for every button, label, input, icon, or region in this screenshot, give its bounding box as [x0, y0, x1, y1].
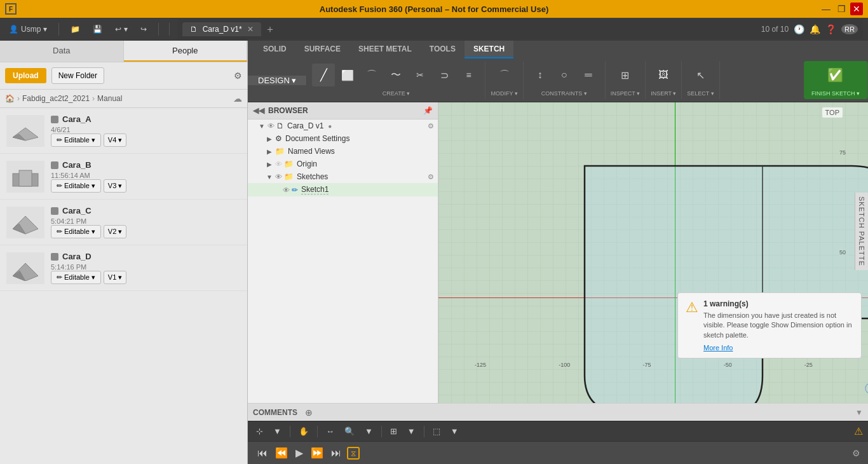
tree-toggle-icon[interactable]: ▼	[258, 122, 266, 130]
tree-gear-icon[interactable]: ⚙	[428, 122, 434, 130]
mode-tab-sketch[interactable]: SKETCH	[465, 41, 513, 58]
tree-toggle-icon[interactable]: ▶	[266, 160, 273, 168]
user-menu[interactable]: 👤 Usmp ▾	[5, 22, 51, 36]
tree-item-origin[interactable]: ▶ 👁 📁 Origin	[248, 158, 438, 170]
upload-button[interactable]: Upload	[5, 68, 46, 83]
bottom-toolbar: ⊹ ▼ ✋ ↔ 🔍 ▼ ⊞ ▼ ⬚ ▼ ⚠	[248, 421, 868, 441]
finish-label: FINISH SKETCH ▾	[811, 90, 860, 97]
zoom-fit-button[interactable]: 🔍	[341, 425, 358, 438]
grid-button[interactable]: ⊞	[387, 425, 400, 438]
save-button[interactable]: 💾	[89, 22, 106, 36]
offset-tool[interactable]: ⊃	[433, 64, 456, 86]
list-item: Cara_A 4/6/21 ✏ Editable ▾ V4 ▾	[0, 108, 247, 154]
active-tab[interactable]: 🗋 Cara_D v1* ✕	[182, 22, 261, 36]
mode-tab-sheetmetal[interactable]: SHEET METAL	[349, 41, 421, 58]
playback-settings-icon[interactable]: ⚙	[852, 448, 860, 458]
bell-icon[interactable]: 🔔	[810, 24, 820, 34]
cara-b-editable-button[interactable]: ✏ Editable ▾	[51, 179, 101, 193]
mode-tab-tools[interactable]: TOOLS	[421, 41, 465, 58]
cara-d-editable-button[interactable]: ✏ Editable ▾	[51, 271, 101, 284]
add-comment-icon[interactable]: ⊕	[305, 407, 313, 418]
tab-people[interactable]: People	[124, 41, 248, 62]
add-tab-button[interactable]: ＋	[265, 23, 275, 36]
eye-icon[interactable]: 👁	[275, 160, 282, 168]
mode-tab-solid[interactable]: SOLID	[254, 41, 295, 58]
tree-toggle-icon[interactable]: ▶	[266, 147, 273, 155]
collapse-icon[interactable]: ◀◀	[253, 106, 264, 115]
playback-end-button[interactable]: ⏭	[329, 446, 343, 461]
sketch-palette-tab[interactable]: SKETCH PALETTE	[855, 193, 868, 270]
timeline-marker[interactable]: ⧖	[347, 447, 360, 460]
tab-close-button[interactable]: ✕	[247, 25, 254, 34]
line-tool[interactable]: ╱	[312, 64, 335, 86]
mirror-tool[interactable]: ≡	[457, 64, 480, 86]
cara-d-version-button[interactable]: V1 ▾	[104, 271, 127, 284]
cara-a-editable-button[interactable]: ✏ Editable ▾	[51, 133, 101, 147]
select-tool-1[interactable]: ↖	[689, 64, 712, 86]
minimize-button[interactable]: —	[820, 3, 832, 15]
playback-next-button[interactable]: ⏩	[309, 445, 325, 461]
tree-toggle-spacer	[273, 186, 281, 194]
eye-icon[interactable]: 👁	[275, 173, 282, 181]
trim-tool[interactable]: ✂	[409, 64, 431, 86]
tree-item-cara-d[interactable]: ▼ 👁 🗋 Cara_D v1 ● ⚙	[248, 119, 438, 132]
canvas-area[interactable]: 75 50 25 -125 -100 -75 -50 -25 TOP SKETC…	[438, 102, 868, 403]
redo-button[interactable]: ↪	[137, 22, 151, 36]
display-dropdown[interactable]: ▼	[447, 425, 462, 438]
curve-tool[interactable]: 〜	[384, 64, 407, 86]
select-section: ↖ SELECT ▾	[682, 61, 719, 99]
tree-item-named-views[interactable]: ▶ 📁 Named Views	[248, 145, 438, 158]
pin-icon[interactable]: 📌	[423, 106, 433, 115]
playback-prev-button[interactable]: ⏪	[273, 445, 290, 461]
more-info-link[interactable]: More Info	[703, 344, 733, 351]
collapse-comments-icon[interactable]: ▼	[855, 408, 863, 417]
home-icon[interactable]: 🏠	[5, 94, 15, 103]
orbit-dropdown[interactable]: ▼	[270, 425, 285, 438]
cara-a-version-button[interactable]: V4 ▾	[104, 133, 127, 147]
display-button[interactable]: ⬚	[430, 425, 444, 438]
tree-item-sketch1[interactable]: 👁 ✏ Sketch1	[248, 183, 438, 196]
tree-cara-d-label: Cara_D v1	[287, 121, 323, 130]
tree-toggle-icon[interactable]: ▼	[266, 173, 273, 181]
breadcrumb-fabdig[interactable]: Fabdig_ac2t2_2021	[22, 94, 90, 103]
constraint-tool-1[interactable]: ↕	[529, 64, 552, 86]
pan-button[interactable]: ✋	[295, 425, 312, 438]
user-avatar[interactable]: RR	[841, 24, 858, 34]
file-icon[interactable]: 📁	[67, 22, 84, 36]
toolbar-separator-3	[169, 23, 170, 36]
undo-button[interactable]: ↩ ▾	[111, 22, 131, 36]
zoom-dropdown[interactable]: ▼	[362, 425, 376, 438]
cara-c-version-button[interactable]: V2 ▾	[104, 225, 127, 238]
tab-data[interactable]: Data	[0, 41, 124, 62]
tree-gear-icon[interactable]: ⚙	[428, 173, 434, 181]
clock-icon[interactable]: 🕐	[794, 24, 804, 34]
zoom-button[interactable]: ↔	[323, 425, 337, 438]
grid-dropdown[interactable]: ▼	[404, 425, 419, 438]
cara-b-version-button[interactable]: V3 ▾	[104, 179, 127, 193]
cara-c-editable-button[interactable]: ✏ Editable ▾	[51, 225, 101, 238]
playback-play-button[interactable]: ▶	[294, 445, 305, 461]
design-dropdown-button[interactable]: DESIGN ▾	[248, 76, 307, 85]
close-button[interactable]: ✕	[850, 3, 863, 15]
eye-icon[interactable]: 👁	[283, 186, 290, 194]
breadcrumb-manual[interactable]: Manual	[97, 94, 122, 103]
tree-item-doc-settings[interactable]: ▶ ⚙ Document Settings	[248, 132, 438, 145]
finish-sketch-button[interactable]: ✅	[827, 64, 843, 86]
restore-button[interactable]: ❐	[835, 3, 848, 15]
mode-tab-surface[interactable]: SURFACE	[295, 41, 349, 58]
help-icon[interactable]: ❓	[825, 24, 836, 34]
playback-start-button[interactable]: ⏮	[255, 446, 269, 461]
settings-gear-icon[interactable]: ⚙	[234, 71, 242, 81]
arc-tool[interactable]: ⌒	[360, 64, 383, 86]
constraint-tool-3[interactable]: ═	[577, 64, 600, 86]
eye-icon[interactable]: 👁	[268, 122, 275, 130]
new-folder-button[interactable]: New Folder	[51, 67, 104, 84]
rect-tool[interactable]: ⬜	[336, 64, 359, 86]
tree-toggle-icon[interactable]: ▶	[266, 135, 273, 142]
tree-item-sketches[interactable]: ▼ 👁 📁 Sketches ⚙	[248, 170, 438, 183]
inspect-tool-1[interactable]: ⊞	[614, 64, 637, 86]
constraint-tool-2[interactable]: ○	[553, 64, 576, 86]
orbit-button[interactable]: ⊹	[253, 425, 266, 438]
fillet-tool[interactable]: ⌒	[493, 64, 516, 86]
insert-tool-1[interactable]: 🖼	[652, 64, 675, 86]
